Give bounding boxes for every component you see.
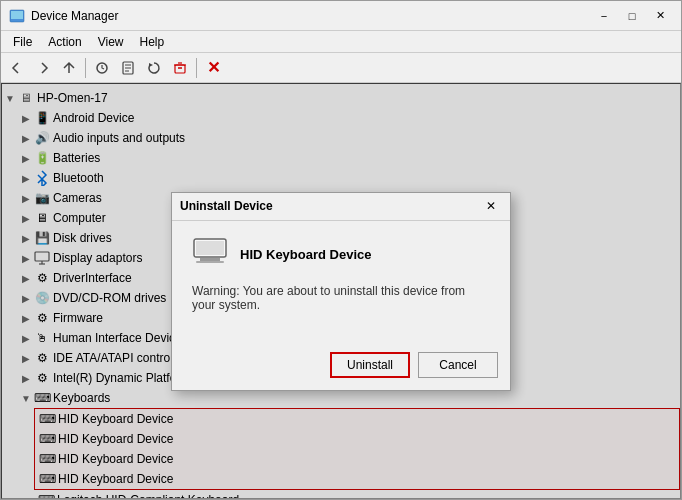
toolbar-back[interactable]	[5, 56, 29, 80]
toolbar-separator-1	[85, 58, 86, 78]
title-bar: Device Manager − □ ✕	[1, 1, 681, 31]
svg-rect-18	[200, 258, 220, 261]
minimize-button[interactable]: −	[591, 5, 617, 27]
dialog-buttons: Uninstall Cancel	[172, 344, 510, 390]
toolbar-separator-2	[196, 58, 197, 78]
uninstall-button[interactable]: Uninstall	[330, 352, 410, 378]
svg-rect-9	[175, 65, 185, 73]
dialog-title: Uninstall Device	[180, 199, 480, 213]
dialog-close-button[interactable]: ✕	[480, 196, 502, 216]
toolbar-delete[interactable]: ✕	[201, 56, 225, 80]
svg-marker-8	[149, 63, 153, 67]
menu-file[interactable]: File	[5, 33, 40, 51]
uninstall-dialog: Uninstall Device ✕	[171, 192, 511, 391]
svg-rect-17	[196, 241, 224, 255]
cancel-button[interactable]: Cancel	[418, 352, 498, 378]
toolbar-up[interactable]	[57, 56, 81, 80]
device-manager-window: Device Manager − □ ✕ File Action View He…	[0, 0, 682, 500]
toolbar-update[interactable]	[142, 56, 166, 80]
dialog-title-bar: Uninstall Device ✕	[172, 193, 510, 221]
svg-rect-1	[11, 11, 23, 19]
content-area: ▼ 🖥 HP-Omen-17 ▶ 📱 Android Device ▶ 🔊 Au…	[1, 83, 681, 499]
toolbar-scan[interactable]	[90, 56, 114, 80]
dialog-content: HID Keyboard Device Warning: You are abo…	[172, 221, 510, 344]
toolbar-forward[interactable]	[31, 56, 55, 80]
toolbar-properties[interactable]	[116, 56, 140, 80]
dialog-warning: Warning: You are about to uninstall this…	[192, 284, 490, 312]
menu-action[interactable]: Action	[40, 33, 89, 51]
menu-bar: File Action View Help	[1, 31, 681, 53]
dialog-device-icon	[192, 237, 228, 272]
dialog-device-row: HID Keyboard Device	[192, 237, 490, 272]
toolbar-uninstall[interactable]	[168, 56, 192, 80]
window-controls: − □ ✕	[591, 5, 673, 27]
menu-help[interactable]: Help	[132, 33, 173, 51]
window-icon	[9, 8, 25, 24]
menu-view[interactable]: View	[90, 33, 132, 51]
maximize-button[interactable]: □	[619, 5, 645, 27]
svg-rect-2	[11, 19, 23, 21]
modal-overlay: Uninstall Device ✕	[1, 83, 681, 499]
svg-rect-19	[196, 261, 224, 263]
window-title: Device Manager	[31, 9, 591, 23]
dialog-device-name: HID Keyboard Device	[240, 247, 372, 262]
toolbar: ✕	[1, 53, 681, 83]
close-button[interactable]: ✕	[647, 5, 673, 27]
